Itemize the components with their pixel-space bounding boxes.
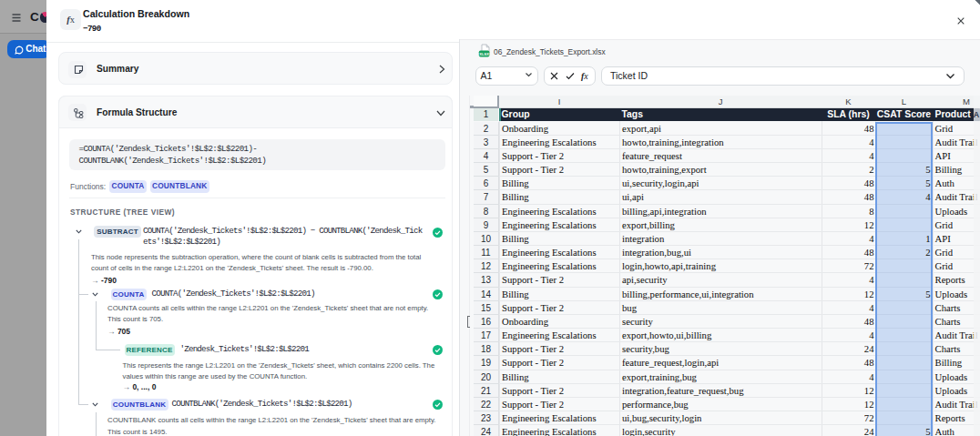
svg-text:XLSX: XLSX: [479, 51, 489, 56]
